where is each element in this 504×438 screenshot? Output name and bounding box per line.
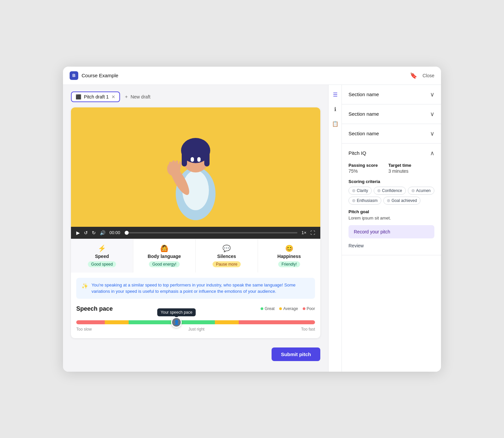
new-draft-button[interactable]: ＋ New draft xyxy=(124,94,151,100)
criteria-enthusiasm: ◎ Enthusiasm xyxy=(348,197,381,205)
metric-silences: 💬 Silences Pause more xyxy=(196,239,258,273)
criteria-confidence: ◎ Confidence xyxy=(374,187,406,195)
submit-pitch-button[interactable]: Submit pitch xyxy=(272,347,320,361)
metrics-row: ⚡ Speed Good speed 🙆 Body language Good … xyxy=(71,239,320,273)
chevron-up-icon: ∧ xyxy=(430,150,434,157)
pitchiq-stats-row: Passing score 75% Target time 3 minutes xyxy=(348,163,434,174)
header-right: 🔖 Close xyxy=(410,72,434,79)
character-illustration xyxy=(159,114,232,220)
review-link[interactable]: Review xyxy=(348,242,434,250)
rewind-button[interactable]: ↺ xyxy=(84,230,88,235)
criteria-acumen: ◎ Acumen xyxy=(408,187,434,195)
active-draft-tab[interactable]: ⬛ Pitch draft 1 ✕ xyxy=(71,92,120,102)
content-area: ⬛ Pitch draft 1 ✕ ＋ New draft xyxy=(63,85,328,372)
pace-label-right: Too fast xyxy=(301,327,315,332)
pace-seg-4 xyxy=(215,320,239,324)
scoring-criteria-label: Scoring criteria xyxy=(348,179,434,184)
confidence-icon: ◎ xyxy=(377,188,381,193)
happiness-icon: 😊 xyxy=(263,244,315,252)
svg-rect-4 xyxy=(182,150,187,166)
main-layout: ⬛ Pitch draft 1 ✕ ＋ New draft xyxy=(63,85,441,372)
clarity-icon: ◎ xyxy=(352,188,355,193)
svg-rect-7 xyxy=(197,157,201,162)
list-icon: ☰ xyxy=(333,92,338,98)
sidebar-list-icon-btn[interactable]: ☰ xyxy=(331,90,340,99)
goal-achieved-label: Goal achieved xyxy=(392,198,417,203)
sidebar-pitch-iq: Pitch IQ ∧ Passing score 75% Target time… xyxy=(342,144,441,255)
header: B Course Example 🔖 Close xyxy=(63,67,441,85)
sidebar-section-1: Section name ∨ xyxy=(342,85,441,104)
video-controls: ▶ ↺ ↻ 🔊 00:00 1× ⛶ xyxy=(71,227,320,239)
fullscreen-button[interactable]: ⛶ xyxy=(310,230,315,235)
metric-speed: ⚡ Speed Good speed xyxy=(71,239,133,273)
criteria-clarity: ◎ Clarity xyxy=(348,187,372,195)
submit-area: Submit pitch xyxy=(71,344,320,365)
svg-rect-13 xyxy=(179,161,181,167)
legend: Great Average Poor xyxy=(261,306,315,311)
sidebar-section-2-title: Section name xyxy=(348,111,379,117)
sparkle-icon: ✨ xyxy=(82,282,88,290)
progress-bar[interactable] xyxy=(127,232,297,233)
target-time-value: 3 minutes xyxy=(388,168,411,174)
metric-happiness: 😊 Happiness Friendly! xyxy=(258,239,320,273)
body-language-badge: Good energy! xyxy=(149,261,180,267)
acumen-icon: ◎ xyxy=(411,188,415,193)
volume-button[interactable]: 🔊 xyxy=(100,230,105,235)
happiness-badge: Friendly! xyxy=(278,261,300,267)
pitchiq-content: Passing score 75% Target time 3 minutes … xyxy=(342,163,441,255)
pace-bar xyxy=(76,320,315,324)
plus-icon: ＋ xyxy=(124,94,129,100)
criteria-goal-achieved: ◎ Goal achieved xyxy=(383,197,421,205)
draft-save-icon: ⬛ xyxy=(76,94,81,99)
speed-badge-label: Good speed xyxy=(88,261,116,267)
clarity-label: Clarity xyxy=(357,188,368,193)
passing-score-value: 75% xyxy=(348,168,378,174)
speech-pace-title: Speech pace xyxy=(76,305,113,312)
chevron-down-icon-3: ∨ xyxy=(430,130,434,137)
sidebar-pitch-iq-title: Pitch IQ xyxy=(348,150,366,156)
info-text: You're speaking at a similar speed to to… xyxy=(92,282,310,295)
body-language-icon: 🙆 xyxy=(139,244,190,252)
silences-badge: Pause more xyxy=(213,261,241,267)
legend-great: Great xyxy=(261,306,275,311)
sidebar-section-3-header[interactable]: Section name ∨ xyxy=(342,124,441,143)
sidebar-pitch-iq-header[interactable]: Pitch IQ ∧ xyxy=(342,144,441,163)
draft-close-icon[interactable]: ✕ xyxy=(111,94,115,99)
enthusiasm-label: Enthusiasm xyxy=(357,198,378,203)
silences-icon: 💬 xyxy=(201,244,252,252)
svg-rect-6 xyxy=(191,157,194,162)
svg-rect-5 xyxy=(204,150,210,166)
chevron-down-icon-2: ∨ xyxy=(430,110,434,118)
speed-badge[interactable]: 1× xyxy=(301,230,306,235)
forward-button[interactable]: ↻ xyxy=(92,230,96,235)
pace-tooltip: Your speech pace xyxy=(158,308,196,316)
pace-indicator: 👤 xyxy=(171,317,182,328)
play-button[interactable]: ▶ xyxy=(76,230,80,235)
speed-label: Speed xyxy=(76,254,128,259)
sidebar-info-icon-btn[interactable]: ℹ xyxy=(331,105,340,114)
close-button[interactable]: Close xyxy=(422,73,434,78)
header-logo: B xyxy=(70,71,78,80)
pace-label-center: Just right xyxy=(188,327,205,332)
svg-rect-11 xyxy=(172,160,175,167)
sidebar-section-1-header[interactable]: Section name ∨ xyxy=(342,85,441,104)
goal-icon: ◎ xyxy=(387,198,390,203)
criteria-tags: ◎ Clarity ◎ Confidence ◎ Acumen xyxy=(348,187,434,205)
pace-labels: Too slow Just right Too fast xyxy=(76,327,315,332)
draft-tabs: ⬛ Pitch draft 1 ✕ ＋ New draft xyxy=(71,92,320,102)
right-sidebar: ☰ ℹ 📋 Section name ∨ xyxy=(328,85,441,372)
sidebar-notes-icon-btn[interactable]: 📋 xyxy=(331,119,340,129)
body-language-label: Body language xyxy=(139,254,190,259)
passing-score-stat: Passing score 75% xyxy=(348,163,378,174)
draft-tab-label: Pitch draft 1 xyxy=(84,94,109,99)
bookmark-icon[interactable]: 🔖 xyxy=(410,72,417,79)
sidebar-section-3: Section name ∨ xyxy=(342,124,441,144)
record-pitch-button[interactable]: Record your pitch xyxy=(348,225,434,238)
video-container xyxy=(71,107,320,227)
sidebar-section-2-header[interactable]: Section name ∨ xyxy=(342,104,441,124)
speech-pace-section: Speech pace Great Average Poor Your spee… xyxy=(71,304,320,338)
confidence-label: Confidence xyxy=(382,188,402,193)
pace-seg-1 xyxy=(76,320,105,324)
pace-bar-wrapper: Your speech pace 👤 xyxy=(76,320,315,324)
notes-icon: 📋 xyxy=(332,121,339,127)
